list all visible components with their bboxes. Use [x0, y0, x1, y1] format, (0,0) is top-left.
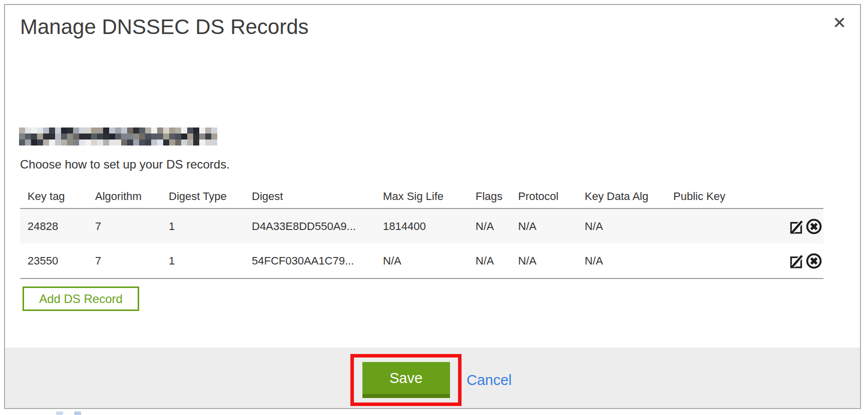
cell-digest-type: 1 — [161, 208, 244, 244]
cell-max-sig-life: 1814400 — [375, 208, 468, 244]
edit-icon — [788, 252, 805, 270]
cell-key-data-alg: N/A — [577, 244, 666, 278]
column-header-public-key: Public Key — [666, 185, 746, 208]
cell-key-tag: 24828 — [20, 208, 88, 244]
edit-icon — [788, 218, 805, 235]
cell-digest: 54FCF030AA1C79... — [244, 244, 375, 278]
cancel-link[interactable]: Cancel — [467, 372, 512, 388]
cell-digest-type: 1 — [161, 244, 244, 278]
column-header-actions — [746, 185, 823, 208]
table-header-row: Key tag Algorithm Digest Type Digest Max… — [20, 185, 823, 208]
cell-protocol: N/A — [511, 244, 577, 278]
remove-icon — [805, 252, 822, 270]
cell-algorithm: 7 — [88, 244, 161, 278]
ds-record-row: 23550 7 1 54FCF030AA1C79... N/A N/A N/A … — [20, 244, 823, 278]
dialog-title: Manage DNSSEC DS Records — [20, 15, 309, 39]
cell-max-sig-life: N/A — [375, 244, 468, 278]
cell-key-tag: 23550 — [20, 244, 88, 278]
annotation-highlight-box: Save — [350, 354, 462, 406]
cell-algorithm: 7 — [88, 208, 161, 244]
column-header-key-tag: Key tag — [20, 185, 88, 208]
column-header-digest-type: Digest Type — [161, 185, 244, 208]
cell-public-key — [666, 208, 746, 244]
column-header-algorithm: Algorithm — [88, 185, 161, 208]
cell-key-data-alg: N/A — [577, 208, 666, 244]
redacted-domain-name — [19, 128, 217, 146]
save-button[interactable]: Save — [362, 362, 450, 398]
ds-records-table: Key tag Algorithm Digest Type Digest Max… — [20, 185, 823, 279]
remove-record-button[interactable] — [805, 218, 822, 235]
column-header-protocol: Protocol — [511, 185, 577, 208]
remove-icon — [805, 218, 822, 235]
edit-record-button[interactable] — [788, 218, 805, 235]
column-header-key-data-alg: Key Data Alg — [577, 185, 666, 208]
dnssec-dialog: Manage DNSSEC DS Records Choose how to s… — [4, 4, 861, 409]
background-page-artifact — [56, 412, 63, 415]
ds-record-row: 24828 7 1 D4A33E8DD550A9... 1814400 N/A … — [20, 208, 823, 244]
cell-public-key — [666, 244, 746, 278]
close-icon[interactable] — [833, 16, 846, 29]
close-icon-glyph — [833, 16, 845, 28]
cell-digest: D4A33E8DD550A9... — [244, 208, 375, 244]
edit-record-button[interactable] — [788, 252, 805, 270]
column-header-max-sig-life: Max Sig Life — [375, 185, 468, 208]
cell-flags: N/A — [468, 244, 511, 278]
column-header-digest: Digest — [244, 185, 375, 208]
add-ds-record-button[interactable]: Add DS Record — [23, 286, 139, 311]
cell-actions — [746, 208, 823, 244]
instruction-text: Choose how to set up your DS records. — [20, 158, 230, 172]
remove-record-button[interactable] — [805, 252, 822, 270]
cell-protocol: N/A — [511, 208, 577, 244]
cell-flags: N/A — [468, 208, 511, 244]
cell-actions — [746, 244, 823, 278]
background-page-artifact — [74, 412, 81, 415]
column-header-flags: Flags — [468, 185, 511, 208]
